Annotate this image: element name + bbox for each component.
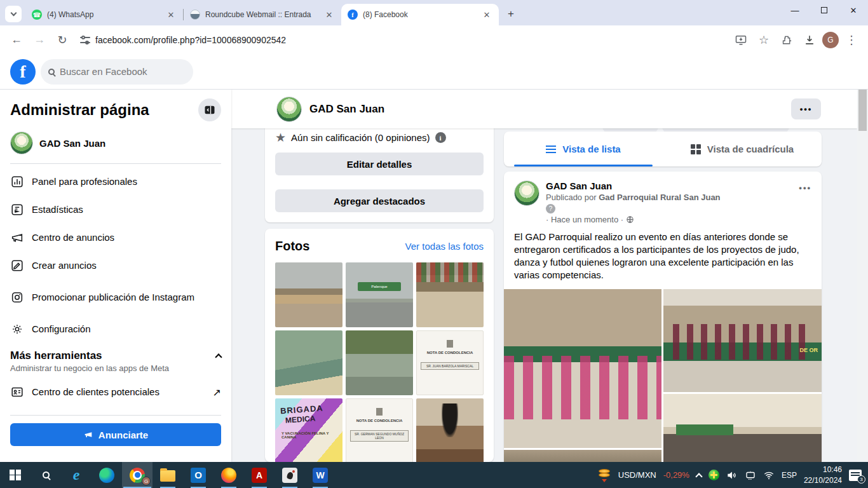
- search-input[interactable]: [60, 66, 168, 77]
- tab-title: (4) WhatsApp: [47, 10, 160, 19]
- wifi-icon[interactable]: [763, 470, 775, 481]
- new-tab-button[interactable]: +: [503, 6, 519, 22]
- browser-menu-icon[interactable]: ⋮: [841, 30, 862, 50]
- divider: [10, 163, 221, 164]
- bookmark-star-icon[interactable]: ☆: [754, 30, 774, 50]
- question-badge-icon[interactable]: ?: [546, 204, 555, 214]
- sidebar-item-panel-profesionales[interactable]: Panel para profesionales: [10, 168, 221, 196]
- sidebar-item-centro-anuncios[interactable]: Centro de anuncios: [10, 224, 221, 252]
- window-controls: — ✕: [780, 0, 868, 25]
- taskbar-outlook[interactable]: O: [183, 462, 214, 488]
- minimize-button[interactable]: —: [780, 0, 810, 20]
- published-prefix: Publicado por: [546, 193, 597, 202]
- post-photo-stage-group[interactable]: DE OR: [663, 289, 822, 392]
- sidebar-item-crear-anuncios[interactable]: Crear anuncios: [10, 252, 221, 280]
- ticker-pair[interactable]: USD/MXN: [618, 470, 656, 480]
- collapse-sidebar-button[interactable]: [198, 98, 221, 121]
- megaphone-icon: [10, 231, 24, 245]
- photos-title: Fotos: [275, 239, 309, 254]
- hidden-icons-chevron[interactable]: [695, 473, 702, 480]
- divider: [10, 415, 221, 416]
- language-indicator[interactable]: ESP: [782, 471, 797, 480]
- close-tab-icon[interactable]: ✕: [323, 9, 335, 20]
- photo-thumb-people-in-water[interactable]: [346, 330, 413, 395]
- close-tab-icon[interactable]: ✕: [165, 9, 177, 20]
- post-menu-icon[interactable]: •••: [799, 183, 811, 193]
- post-author-name[interactable]: GAD San Juan: [546, 180, 721, 191]
- sidebar-item-configuracion[interactable]: Configuración: [10, 315, 221, 343]
- tab-whatsapp[interactable]: ☎ (4) WhatsApp ✕: [25, 4, 183, 25]
- post-photo-partial[interactable]: [504, 450, 661, 462]
- forward-button[interactable]: →: [29, 30, 50, 50]
- address-bar[interactable]: [75, 29, 728, 51]
- photo-thumb-statue-room[interactable]: [416, 398, 484, 462]
- photo-thumb-condolence-note-2[interactable]: NOTA DE CONDOLENCIA SR. GERMAN SEGUNDO M…: [346, 398, 413, 462]
- tab-facebook-active[interactable]: f (8) Facebook ✕: [341, 4, 499, 25]
- close-window-button[interactable]: ✕: [839, 0, 868, 20]
- taskbar-clock[interactable]: 10:4622/10/2024: [804, 464, 842, 485]
- taskbar-acrobat[interactable]: A: [244, 462, 275, 488]
- url-input[interactable]: [95, 35, 728, 45]
- taskbar-search-button[interactable]: [31, 462, 61, 488]
- dashboard-icon: [10, 175, 24, 189]
- internet-explorer-icon: e: [73, 466, 80, 484]
- tray-app-icon[interactable]: [709, 470, 719, 480]
- extensions-puzzle-icon[interactable]: [776, 30, 797, 50]
- back-button[interactable]: ←: [6, 30, 27, 50]
- taskbar-java-app[interactable]: [275, 462, 305, 488]
- scrollbar-thumb[interactable]: [858, 83, 867, 131]
- install-app-icon[interactable]: [731, 30, 751, 50]
- browser-profile-avatar[interactable]: G: [822, 32, 839, 48]
- action-center-icon[interactable]: 3: [849, 470, 862, 481]
- photo-thumb-river[interactable]: [275, 330, 342, 395]
- post-photo-dance-group[interactable]: [504, 289, 661, 448]
- add-featured-button[interactable]: Agregar destacados: [275, 189, 484, 212]
- sidebar-item-estadisticas[interactable]: Estadísticas: [10, 196, 221, 224]
- reload-button[interactable]: ↻: [52, 30, 72, 50]
- sidebar-page-link[interactable]: GAD San Juan: [10, 132, 221, 154]
- photo-thumb-condolence-note-1[interactable]: NOTA DE CONDOLENCIA SR. JUAN BARZOLA MAR…: [416, 330, 484, 395]
- taskbar-edge[interactable]: [92, 462, 122, 488]
- taskbar-internet-explorer[interactable]: e: [61, 462, 92, 488]
- volume-icon[interactable]: [726, 470, 738, 481]
- taskbar-file-explorer[interactable]: [153, 462, 183, 488]
- browser-scrollbar[interactable]: [857, 54, 868, 462]
- taskbar-chrome-active[interactable]: G: [122, 462, 153, 488]
- sidebar-item-promocionar-instagram[interactable]: Promocionar publicación de Instagram: [10, 280, 221, 315]
- page-menu-button[interactable]: •••: [791, 98, 821, 119]
- tab-vista-de-lista[interactable]: Vista de lista: [504, 132, 663, 166]
- tab-title: (8) Facebook: [363, 10, 476, 19]
- post-text: El GAD Parroquial realizo un evento en d…: [504, 224, 822, 289]
- maximize-button[interactable]: [810, 0, 839, 20]
- photo-thumb-crowd[interactable]: [275, 262, 342, 327]
- info-icon[interactable]: i: [435, 132, 446, 143]
- start-button[interactable]: [0, 462, 31, 488]
- close-tab-icon[interactable]: ✕: [481, 9, 492, 20]
- facebook-logo[interactable]: f: [10, 59, 36, 85]
- photo-thumb-brigada-poster[interactable]: BRIGADA MEDICA Y VACUNACIÓN FELINA Y CAN…: [275, 398, 342, 462]
- edit-details-button[interactable]: Editar detalles: [275, 152, 484, 175]
- taskbar-firefox[interactable]: [214, 462, 244, 488]
- roundcube-icon: [190, 10, 200, 20]
- tab-roundcube[interactable]: Roundcube Webmail :: Entrada ✕: [184, 4, 341, 25]
- page-avatar[interactable]: [276, 97, 302, 122]
- post-photo-audience-hall[interactable]: [663, 394, 822, 462]
- taskbar-word[interactable]: W: [305, 462, 336, 488]
- see-all-photos-link[interactable]: Ver todas las fotos: [405, 241, 484, 252]
- advertise-button[interactable]: Anunciarte: [10, 423, 221, 446]
- more-tools-header[interactable]: Más herramientas: [10, 349, 221, 362]
- currency-widget-icon[interactable]: [597, 468, 611, 482]
- photo-thumb-road-arch[interactable]: Palenque: [346, 262, 413, 327]
- ticker-change[interactable]: -0,29%: [663, 470, 689, 480]
- display-icon[interactable]: [745, 470, 756, 481]
- photo-thumb-canopy-meeting[interactable]: [416, 262, 484, 327]
- rating-text: Aún sin calificación (0 opiniones): [291, 132, 430, 143]
- tab-vista-de-cuadricula[interactable]: Vista de cuadrícula: [663, 132, 822, 166]
- maximize-icon: [821, 7, 827, 13]
- sidebar-item-centro-clientes[interactable]: Centro de clientes potenciales ↗: [10, 378, 221, 406]
- download-icon[interactable]: [799, 30, 820, 50]
- tab-search-button[interactable]: [5, 6, 22, 22]
- site-info-icon[interactable]: [80, 36, 90, 44]
- post-author-avatar[interactable]: [514, 180, 539, 206]
- facebook-search[interactable]: [41, 59, 193, 85]
